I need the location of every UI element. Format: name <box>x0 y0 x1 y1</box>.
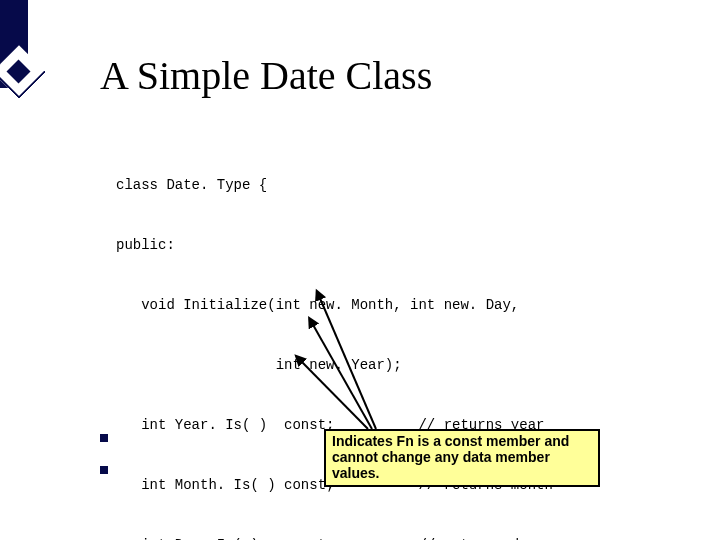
annotation-callout: Indicates Fn is a const member and canno… <box>324 429 600 487</box>
code-line: int new. Year); <box>116 358 553 372</box>
code-line: void Initialize(int new. Month, int new.… <box>116 298 553 312</box>
slide-title: A Simple Date Class <box>100 52 432 99</box>
code-line: class Date. Type { <box>116 178 553 192</box>
bullet-icon <box>100 466 108 474</box>
annotation-text: cannot change any data member values. <box>332 449 550 481</box>
code-line: public: <box>116 238 553 252</box>
slide: A Simple Date Class class Date. Type { p… <box>0 0 720 540</box>
annotation-text: Indicates Fn is a const member and <box>332 433 569 449</box>
bullet-icon <box>100 434 108 442</box>
